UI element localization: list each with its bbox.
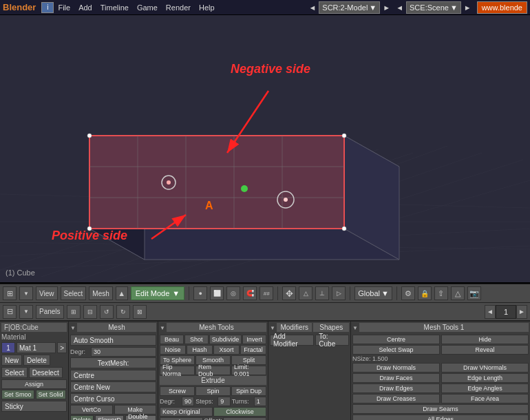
panel-dropdown[interactable]: ▼ <box>19 305 33 319</box>
menu-add[interactable]: Add <box>78 3 92 12</box>
centre-cursor-btn[interactable]: Centre Curso <box>70 393 156 404</box>
screen-dropdown[interactable]: SCR:2-Model ▼ <box>319 1 380 14</box>
material-name-field[interactable]: Mat 1 <box>17 342 56 353</box>
add-modifier-btn[interactable]: Add Modifier <box>270 335 314 346</box>
menu-help[interactable]: Help <box>199 3 215 12</box>
xsort-btn[interactable]: Xsort <box>213 345 240 355</box>
subdivide-btn[interactable]: Subdivide <box>209 335 242 344</box>
extrude-dup-btn[interactable]: Extrude Dup <box>160 417 203 420</box>
menu-timeline[interactable]: Timeline <box>100 3 129 12</box>
screw-btn[interactable]: Screw <box>160 386 195 396</box>
select-menu-btn[interactable]: Select <box>61 286 87 300</box>
steps-val[interactable]: 9 <box>218 397 230 406</box>
material-select-btn[interactable]: Select <box>1 367 28 378</box>
scene-close[interactable]: ► <box>464 3 471 12</box>
set-solid-btn[interactable]: Set Solid <box>36 390 66 399</box>
scene-arrow-left[interactable]: ◄ <box>396 3 403 12</box>
degr-value[interactable]: 30 <box>91 347 156 357</box>
draw-normals-btn[interactable]: Draw Normals <box>352 363 440 372</box>
arrow-icon[interactable]: ⇧ <box>434 286 448 300</box>
dropdown-icon[interactable]: ▼ <box>19 286 33 300</box>
viewport-3d[interactable]: Negative side Positive side A (1) Cube <box>0 15 530 284</box>
view-menu-btn[interactable]: View <box>36 286 58 300</box>
offset-val[interactable]: 1.00 <box>223 417 266 420</box>
material-deselect-btn[interactable]: Deselect <box>29 367 63 378</box>
menu-file[interactable]: File <box>58 3 70 12</box>
rotate-icon[interactable]: △ <box>299 286 312 300</box>
menu-game[interactable]: Game <box>137 3 158 12</box>
mt1-selswap-btn[interactable]: Select Swap <box>352 345 440 355</box>
spin-btn[interactable]: Spin <box>195 386 231 396</box>
centre-btn[interactable]: Centre <box>70 370 156 381</box>
keep-original-btn[interactable]: Keep Original <box>160 407 213 417</box>
triangle2-icon[interactable]: △ <box>451 286 465 300</box>
degr-val2[interactable]: 90 <box>182 397 194 406</box>
page-number[interactable]: 1 <box>496 305 516 319</box>
textmesh-btn[interactable]: TextMesh: <box>70 357 156 368</box>
hash-btn[interactable]: Hash <box>187 345 213 355</box>
snap-icon[interactable]: 🧲 <box>243 286 257 300</box>
page-next[interactable]: ► <box>516 305 527 319</box>
view2-icon[interactable]: ⊠ <box>133 305 147 319</box>
edge-icon[interactable]: ⬜ <box>210 286 224 300</box>
page-prev[interactable]: ◄ <box>485 305 496 319</box>
grid2-icon[interactable]: ⊞ <box>67 305 81 319</box>
clockwise-btn[interactable]: Clockwise <box>213 407 266 417</box>
grab-icon[interactable]: ✥ <box>282 286 296 300</box>
triangle-icon[interactable]: ▷ <box>332 286 346 300</box>
panel-icon[interactable]: ⊟ <box>3 305 17 319</box>
global-dropdown[interactable]: Global ▼ <box>354 286 392 300</box>
auto-smooth-btn[interactable]: Auto Smooth <box>70 335 156 346</box>
slower-btn[interactable]: SlowerD <box>95 415 124 420</box>
material-extra-btn[interactable]: > <box>57 342 67 353</box>
material-new-btn[interactable]: New <box>1 355 22 366</box>
draw-vnormals-btn[interactable]: Draw VNormals <box>441 363 529 372</box>
mesh-menu-btn[interactable]: Mesh <box>89 286 112 300</box>
invert-btn[interactable]: Invert <box>242 335 266 344</box>
menu-render[interactable]: Render <box>166 3 191 12</box>
set-smooth-btn[interactable]: Set Smoo <box>1 390 34 399</box>
panels2-icon[interactable]: ⊟ <box>83 305 97 319</box>
material-assign-btn[interactable]: Assign <box>1 379 67 389</box>
beau-btn[interactable]: Beau <box>160 335 184 344</box>
vertco-btn[interactable]: VertCo <box>70 405 113 414</box>
info-button[interactable]: i <box>41 2 54 13</box>
noise-btn[interactable]: Noise <box>160 345 186 355</box>
flip-norma-btn[interactable]: Flip Norma <box>160 366 195 375</box>
rotate2-icon[interactable]: ↺ <box>100 305 114 319</box>
edge-length-btn[interactable]: Edge Length <box>441 373 529 383</box>
lock-icon[interactable]: 🔒 <box>418 286 432 300</box>
all-edges-btn[interactable]: All Edges <box>352 414 529 420</box>
limit-val[interactable]: Limit: 0.001 <box>231 366 266 375</box>
www-button[interactable]: www.blende <box>477 1 527 14</box>
to-cube-field[interactable]: To: Cube <box>315 335 349 346</box>
mt1-centre-btn[interactable]: Centre <box>352 335 440 344</box>
sticky-btn[interactable]: Sticky <box>1 401 67 412</box>
face-area-btn[interactable]: Face Area <box>441 394 529 403</box>
editmode-dropdown[interactable]: Edit Mode ▼ <box>131 286 184 300</box>
draw-edges-btn[interactable]: Draw Edges <box>352 384 440 393</box>
draw-creases-btn[interactable]: Draw Creases <box>352 394 440 403</box>
spin-dup-btn[interactable]: Spin Dup <box>231 386 266 396</box>
draw-faces-btn[interactable]: Draw Faces <box>352 373 440 383</box>
panels-btn[interactable]: Panels <box>36 305 64 319</box>
rem-doub-btn[interactable]: Rem Doub <box>195 366 231 375</box>
screen-close[interactable]: ► <box>383 3 390 12</box>
material-delete-btn[interactable]: Delete <box>23 355 50 366</box>
camera-icon[interactable]: 📷 <box>467 286 481 300</box>
draw-seams-btn[interactable]: Draw Seams <box>352 404 529 414</box>
delete-btn[interactable]: Delete <box>70 415 94 420</box>
mt1-reveal-btn[interactable]: Reveal <box>441 345 529 355</box>
edge-angles-btn[interactable]: Edge Angles <box>441 384 529 393</box>
proportional-icon[interactable]: ◎ <box>226 286 240 300</box>
settings-icon[interactable]: ⚙ <box>401 286 415 300</box>
screen-arrow-left[interactable]: ◄ <box>308 3 316 12</box>
vertex-icon[interactable]: ● <box>193 286 207 300</box>
centre-new-btn[interactable]: Centre New <box>70 381 156 392</box>
refresh-icon[interactable]: ↻ <box>116 305 130 319</box>
double-side-btn[interactable]: Double Side <box>125 415 156 420</box>
mt1-hide-btn[interactable]: Hide <box>441 335 529 344</box>
numbers-icon[interactable]: ## <box>259 286 273 300</box>
view-mode-icon[interactable]: ⊞ <box>3 286 17 300</box>
shot-btn[interactable]: Shot <box>184 335 209 344</box>
